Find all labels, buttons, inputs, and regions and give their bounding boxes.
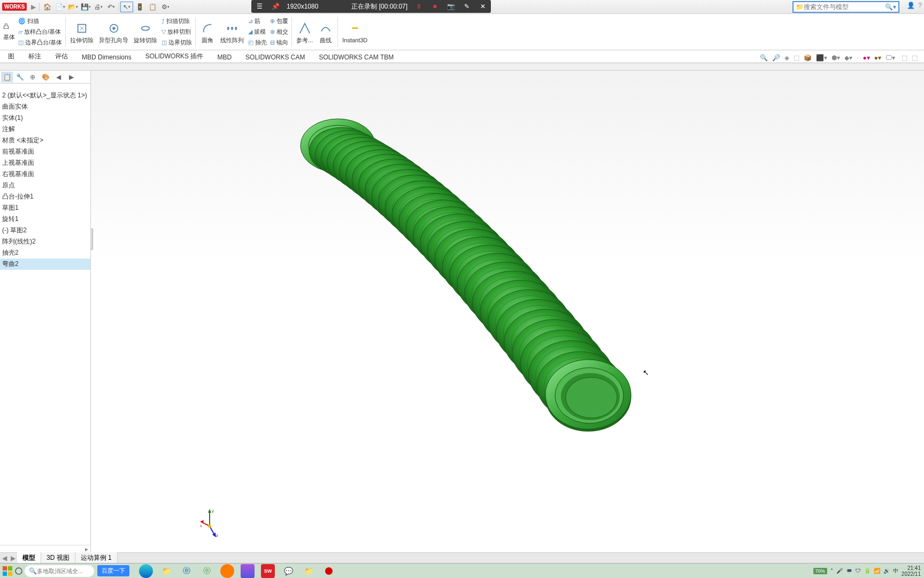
task-explorer2[interactable]: 📁	[302, 564, 315, 578]
tray-wifi-icon[interactable]: 📶	[874, 568, 880, 574]
panel-tab-feature-tree[interactable]: 📋	[1, 72, 13, 82]
rib-button[interactable]: ⊿筋	[247, 16, 268, 27]
view-tool-6[interactable]: ⬛▾	[815, 53, 828, 63]
tray-ime[interactable]: 中	[893, 567, 898, 575]
play-icon[interactable]: ▶	[31, 3, 36, 11]
view-tool-3[interactable]: ◈	[783, 53, 790, 63]
panel-tab-next[interactable]: ▶	[65, 72, 77, 82]
intersect-button[interactable]: ⊗相交	[269, 27, 289, 37]
view-tool-display[interactable]: 🖵▾	[884, 53, 896, 63]
view-tool-7[interactable]: ⬢▾	[830, 53, 841, 63]
menu-icon[interactable]: ☰	[255, 2, 264, 11]
tab-annotate[interactable]: 标注	[21, 50, 48, 63]
baidu-button[interactable]: 百度一下	[97, 565, 129, 576]
tree-shell2[interactable]: 抽壳2	[0, 247, 90, 258]
tree-flex2[interactable]: 弯曲2	[0, 258, 90, 270]
panel-collapse-handle[interactable]	[91, 229, 93, 250]
tray-up-icon[interactable]: ˄	[830, 568, 833, 574]
search-box[interactable]: 📁 🔍▾	[792, 1, 899, 13]
select-button[interactable]: ↖▾	[120, 2, 133, 12]
hole-wizard-button[interactable]: 异型孔向导	[97, 16, 130, 49]
user-icon[interactable]: 👤	[907, 2, 915, 9]
vp-expand2[interactable]: ⬚	[911, 53, 919, 63]
instant3d-button[interactable]: Instant3D	[340, 16, 369, 49]
panel-tab-config[interactable]: ⊕	[27, 72, 38, 82]
panel-scroll-right[interactable]: ▸	[0, 545, 90, 552]
tree-annotations[interactable]: 注解	[0, 124, 90, 135]
undo-button[interactable]: ↶▾	[105, 2, 118, 12]
tree-right-plane[interactable]: 右视基准面	[0, 169, 90, 180]
tab-solidworks-cam[interactable]: SOLIDWORKS CAM	[238, 51, 312, 63]
bottom-tab-motion-study[interactable]: 运动算例 1	[75, 552, 118, 564]
search-icon[interactable]: 🔍▾	[885, 3, 896, 11]
panel-tab-more[interactable]: ◀	[52, 72, 64, 82]
view-tool-appearance[interactable]: ●▾	[862, 53, 871, 63]
tray-mic-icon[interactable]: 🎤	[836, 568, 843, 574]
reference-button[interactable]: 参考...	[294, 16, 315, 49]
task-explorer[interactable]: 📁	[159, 564, 173, 578]
settings-button[interactable]: ⚙▾	[159, 2, 172, 12]
help-icon[interactable]: ?	[918, 2, 922, 9]
wrap-button[interactable]: ⊕包覆	[269, 16, 289, 27]
scan-feature[interactable]: 🌀扫描	[17, 16, 63, 27]
tray-zoom[interactable]: 70%	[813, 568, 827, 574]
view-tool-1[interactable]: 🔍	[759, 53, 769, 63]
feature-body2[interactable]: 基体	[2, 32, 16, 43]
tray-battery-icon[interactable]: 🔋	[864, 568, 871, 574]
view-tool-4[interactable]: ⬚	[792, 53, 800, 63]
tab-solidworks-addin[interactable]: SOLIDWORKS 插件	[138, 50, 211, 63]
boundary-cut-button[interactable]: ◫边界切除	[160, 37, 193, 48]
windows-search[interactable]: 🔍	[25, 565, 94, 577]
feature-body[interactable]: 凸	[2, 21, 16, 32]
view-tool-2[interactable]: 🔎	[771, 53, 781, 63]
stop-icon[interactable]: ■	[430, 2, 440, 11]
snapshot-icon[interactable]: 📷	[446, 2, 456, 11]
tray-net-icon[interactable]: 💻	[846, 568, 852, 574]
rebuild-button[interactable]: 🚦	[133, 2, 146, 12]
view-tool-8[interactable]: ◆▾	[843, 53, 853, 63]
tree-origin[interactable]: 原点	[0, 180, 90, 191]
print-button[interactable]: 🖨▾	[92, 2, 105, 12]
tree-solid-bodies[interactable]: 实体(1)	[0, 112, 90, 124]
fillet-button[interactable]: 圆角	[198, 16, 217, 49]
bottom-tab-3d-view[interactable]: 3D 视图	[41, 552, 75, 564]
loft-cut-button[interactable]: ▽放样切割	[160, 27, 193, 37]
tree-surface-bodies[interactable]: 曲面实体	[0, 101, 90, 112]
task-solidworks[interactable]: SW	[261, 564, 275, 578]
windows-search-input[interactable]	[37, 568, 85, 574]
options-button[interactable]: 📋	[146, 2, 159, 12]
tab-evaluate[interactable]: 评估	[48, 50, 75, 63]
tree-revolve1[interactable]: 旋转1	[0, 214, 90, 225]
task-app1[interactable]	[220, 564, 234, 578]
curves-button[interactable]: 曲线	[316, 16, 335, 49]
mirror-button[interactable]: ⊟镜向	[269, 37, 289, 48]
tree-pattern2[interactable]: 阵列(线性)2	[0, 236, 90, 247]
panel-tab-display[interactable]: 🎨	[40, 72, 51, 82]
panel-tab-property[interactable]: 🔧	[14, 72, 26, 82]
feature-tree[interactable]: 2 (默认<<默认>_显示状态 1>) 曲面实体 实体(1) 注解 材质 <未指…	[0, 83, 90, 545]
sweep-cut-button[interactable]: ⤴扫描切除	[160, 16, 193, 27]
pause-icon[interactable]: ⏸	[414, 2, 424, 11]
open-button[interactable]: 📂▾	[66, 2, 79, 12]
view-tool-scene[interactable]: ●▾	[873, 53, 882, 63]
tab-mbd-dimensions[interactable]: MBD Dimensions	[75, 51, 138, 63]
home-button[interactable]: 🏠	[41, 2, 53, 12]
boundary-body-feature[interactable]: ◫边界凸台/基体	[17, 37, 63, 48]
draft-button[interactable]: ◢拔模	[247, 27, 268, 37]
view-tool-5[interactable]: 📦	[803, 53, 813, 63]
task-app2[interactable]	[241, 564, 255, 578]
bottom-tab-model[interactable]: 模型	[17, 552, 41, 564]
bottom-tab-prev[interactable]: ◀	[0, 554, 9, 562]
tab-drawing[interactable]: 图	[1, 50, 21, 63]
edit-icon[interactable]: ✎	[462, 2, 472, 11]
save-button[interactable]: 💾▾	[79, 2, 92, 12]
tab-solidworks-cam-tbm[interactable]: SOLIDWORKS CAM TBM	[312, 51, 401, 63]
orientation-triad[interactable]: y x z	[200, 508, 221, 539]
task-wechat[interactable]: 💬	[281, 564, 295, 578]
start-button[interactable]	[3, 566, 12, 576]
revolve-cut-button[interactable]: 旋转切除	[132, 16, 159, 49]
tree-root[interactable]: 2 (默认<<默认>_显示状态 1>)	[0, 90, 90, 101]
graphics-viewport[interactable]: ↖ y x z	[91, 71, 924, 552]
tree-material[interactable]: 材质 <未指定>	[0, 135, 90, 146]
close-recording-icon[interactable]: ✕	[478, 2, 488, 11]
